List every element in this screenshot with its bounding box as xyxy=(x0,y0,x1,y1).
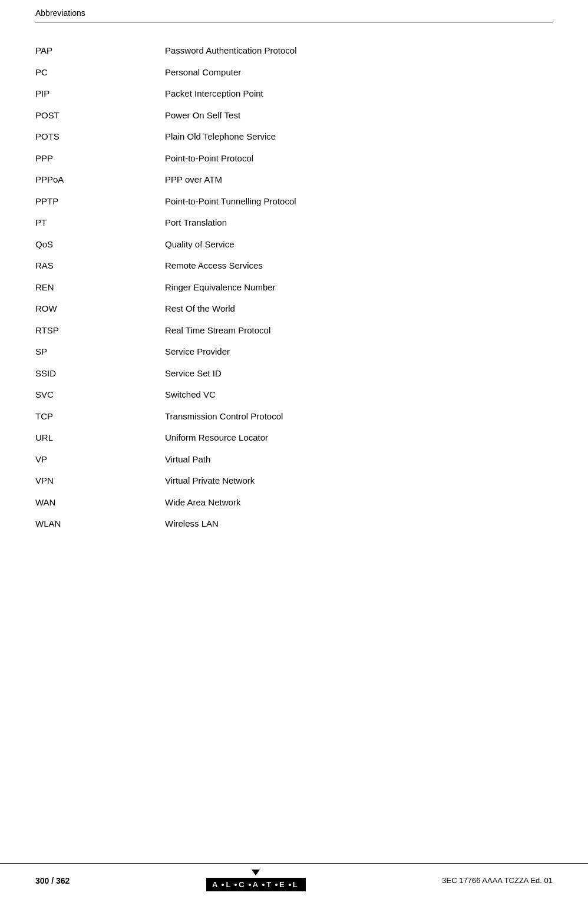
logo-text: ALCATEL xyxy=(206,878,306,891)
abbreviation-definition: Transmission Control Protocol xyxy=(165,406,553,428)
abbreviation-term: WLAN xyxy=(35,513,165,535)
abbreviation-term: VPN xyxy=(35,470,165,492)
abbreviation-definition: Virtual Private Network xyxy=(165,470,553,492)
abbreviation-term: WAN xyxy=(35,492,165,514)
abbreviation-definition: Wireless LAN xyxy=(165,513,553,535)
abbreviation-definition: Personal Computer xyxy=(165,62,553,84)
table-row: SSIDService Set ID xyxy=(35,363,553,385)
abbreviation-term: SP xyxy=(35,341,165,363)
abbreviation-term: VP xyxy=(35,449,165,471)
table-row: VPNVirtual Private Network xyxy=(35,470,553,492)
abbreviation-term: PPP xyxy=(35,148,165,170)
footer-logo: ALCATEL xyxy=(206,870,306,891)
abbreviation-definition: Service Set ID xyxy=(165,363,553,385)
table-row: POSTPower On Self Test xyxy=(35,105,553,127)
abbreviation-term: PPTP xyxy=(35,191,165,213)
table-row: URLUniform Resource Locator xyxy=(35,427,553,449)
page-container: Abbreviations PAPPassword Authentication… xyxy=(0,0,588,909)
page-header-title: Abbreviations xyxy=(35,8,85,18)
table-row: QoSQuality of Service xyxy=(35,234,553,256)
abbreviation-definition: Virtual Path xyxy=(165,449,553,471)
table-row: PPTPPoint-to-Point Tunnelling Protocol xyxy=(35,191,553,213)
abbreviation-definition: Rest Of the World xyxy=(165,298,553,320)
table-row: RASRemote Access Services xyxy=(35,255,553,277)
table-row: SPService Provider xyxy=(35,341,553,363)
logo-triangle-icon xyxy=(252,870,260,875)
abbreviation-term: PPPoA xyxy=(35,169,165,191)
table-row: ROWRest Of the World xyxy=(35,298,553,320)
abbreviation-definition: PPP over ATM xyxy=(165,169,553,191)
abbreviation-definition: Quality of Service xyxy=(165,234,553,256)
footer-page-number: 300 / 362 xyxy=(35,876,70,885)
abbreviation-term: URL xyxy=(35,427,165,449)
footer-reference: 3EC 17766 AAAA TCZZA Ed. 01 xyxy=(442,876,553,885)
abbreviation-definition: Wide Area Network xyxy=(165,492,553,514)
abbreviation-term: SSID xyxy=(35,363,165,385)
abbreviation-term: PIP xyxy=(35,83,165,105)
abbreviation-term: PAP xyxy=(35,40,165,62)
abbreviation-definition: Uniform Resource Locator xyxy=(165,427,553,449)
table-row: PIPPacket Interception Point xyxy=(35,83,553,105)
abbreviation-definition: Point-to-Point Protocol xyxy=(165,148,553,170)
abbreviation-definition: Power On Self Test xyxy=(165,105,553,127)
abbreviation-term: QoS xyxy=(35,234,165,256)
table-row: PPPoAPPP over ATM xyxy=(35,169,553,191)
page-footer: 300 / 362 ALCATEL 3EC 17766 AAAA TCZZA E… xyxy=(0,863,588,891)
abbreviation-term: SVC xyxy=(35,384,165,406)
table-row: POTSPlain Old Telephone Service xyxy=(35,126,553,148)
abbreviation-term: POTS xyxy=(35,126,165,148)
table-row: WANWide Area Network xyxy=(35,492,553,514)
abbreviation-definition: Service Provider xyxy=(165,341,553,363)
abbreviations-table: PAPPassword Authentication ProtocolPCPer… xyxy=(35,40,553,535)
abbreviation-definition: Switched VC xyxy=(165,384,553,406)
abbreviation-term: REN xyxy=(35,277,165,299)
abbreviation-term: PT xyxy=(35,212,165,234)
table-row: SVCSwitched VC xyxy=(35,384,553,406)
abbreviation-definition: Password Authentication Protocol xyxy=(165,40,553,62)
table-row: WLANWireless LAN xyxy=(35,513,553,535)
abbreviation-term: POST xyxy=(35,105,165,127)
table-row: PTPort Translation xyxy=(35,212,553,234)
abbreviation-definition: Port Translation xyxy=(165,212,553,234)
abbreviation-definition: Real Time Stream Protocol xyxy=(165,320,553,342)
table-row: PPPPoint-to-Point Protocol xyxy=(35,148,553,170)
abbreviation-definition: Point-to-Point Tunnelling Protocol xyxy=(165,191,553,213)
table-row: PAPPassword Authentication Protocol xyxy=(35,40,553,62)
abbreviation-term: RTSP xyxy=(35,320,165,342)
abbreviation-term: RAS xyxy=(35,255,165,277)
abbreviation-term: TCP xyxy=(35,406,165,428)
table-row: PCPersonal Computer xyxy=(35,62,553,84)
abbreviation-term: ROW xyxy=(35,298,165,320)
table-row: RENRinger Equivalence Number xyxy=(35,277,553,299)
abbreviation-definition: Packet Interception Point xyxy=(165,83,553,105)
abbreviation-definition: Plain Old Telephone Service xyxy=(165,126,553,148)
page-header: Abbreviations xyxy=(35,0,553,22)
table-row: VPVirtual Path xyxy=(35,449,553,471)
table-row: RTSPReal Time Stream Protocol xyxy=(35,320,553,342)
table-row: TCPTransmission Control Protocol xyxy=(35,406,553,428)
abbreviation-definition: Ringer Equivalence Number xyxy=(165,277,553,299)
abbreviation-term: PC xyxy=(35,62,165,84)
abbreviation-definition: Remote Access Services xyxy=(165,255,553,277)
